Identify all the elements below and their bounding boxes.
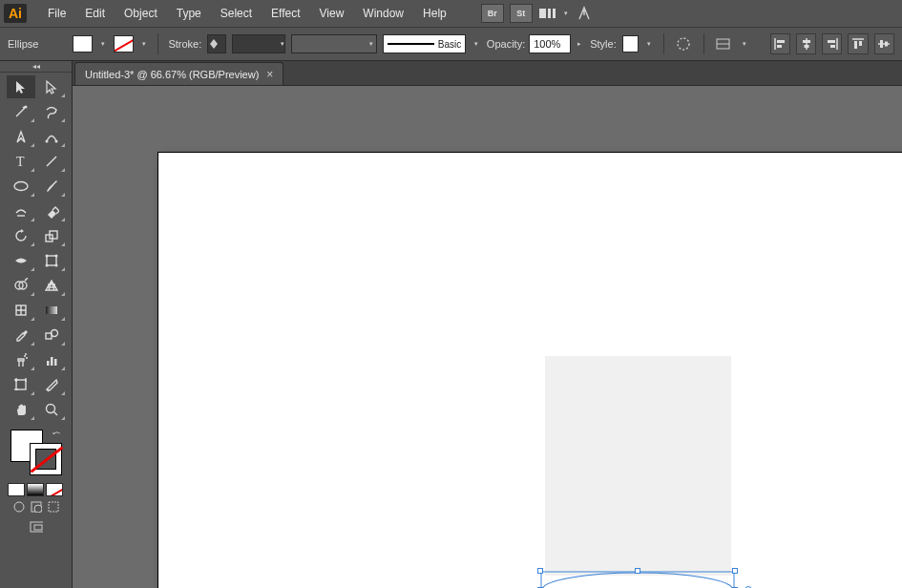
menu-file[interactable]: File: [38, 3, 75, 24]
color-mode-none[interactable]: [46, 483, 63, 496]
align-panel-icon[interactable]: [714, 33, 734, 54]
curvature-tool[interactable]: [37, 125, 66, 148]
pen-tool[interactable]: [7, 125, 35, 148]
symbol-sprayer-tool[interactable]: [7, 348, 35, 371]
bbox-handle-ne[interactable]: [732, 568, 738, 574]
color-mode-gradient[interactable]: [27, 483, 44, 496]
svg-point-43: [25, 353, 27, 355]
screen-mode-icon[interactable]: [30, 521, 43, 535]
svg-rect-55: [34, 525, 42, 530]
menu-object[interactable]: Object: [115, 3, 167, 24]
shaper-tool[interactable]: [7, 200, 35, 222]
fill-swatch[interactable]: [73, 35, 93, 52]
bbox-handle-nw[interactable]: [537, 568, 543, 574]
artboard-tool[interactable]: [7, 373, 35, 396]
shape-builder-tool[interactable]: [7, 274, 35, 297]
arrange-documents-icon[interactable]: [536, 4, 559, 23]
menu-window[interactable]: Window: [353, 3, 413, 24]
fill-dropdown[interactable]: ▾: [98, 35, 108, 52]
opacity-dropdown[interactable]: ▸: [575, 35, 584, 52]
stroke-swatch[interactable]: [114, 35, 134, 52]
scale-tool[interactable]: [37, 224, 66, 247]
align-right-button[interactable]: [822, 33, 842, 54]
gradient-tool[interactable]: [37, 299, 66, 322]
align-hcenter-button[interactable]: [796, 33, 816, 54]
document-area: Untitled-3* @ 66.67% (RGB/Preview) ×: [73, 61, 902, 588]
direct-selection-tool[interactable]: [37, 75, 66, 98]
draw-inside-icon[interactable]: [47, 500, 60, 514]
width-profile-dropdown[interactable]: ▾: [367, 35, 376, 52]
brush-dropdown[interactable]: ▾: [472, 35, 481, 52]
svg-rect-14: [830, 45, 835, 48]
chevron-down-icon[interactable]: [210, 44, 218, 49]
paintbrush-tool[interactable]: [37, 175, 66, 198]
hand-tool[interactable]: [7, 398, 35, 421]
menu-help[interactable]: Help: [413, 3, 456, 24]
menu-type[interactable]: Type: [167, 3, 211, 24]
stroke-weight-input[interactable]: ▾: [232, 34, 285, 53]
graphic-style-dropdown[interactable]: ▾: [644, 35, 654, 52]
stroke-weight-field[interactable]: [207, 34, 225, 53]
align-vcenter-button[interactable]: [874, 33, 894, 54]
fill-stroke-control[interactable]: ⤺: [9, 428, 64, 477]
artboard[interactable]: [158, 153, 902, 588]
blend-tool[interactable]: [37, 324, 66, 346]
svg-point-33: [45, 264, 48, 267]
selected-ellipse-object[interactable]: [540, 571, 735, 588]
lasso-tool[interactable]: [37, 100, 66, 123]
stroke-weight-input-field[interactable]: [233, 38, 281, 50]
svg-rect-0: [539, 9, 546, 18]
arrange-documents-dropdown[interactable]: ▾: [561, 5, 571, 22]
svg-point-52: [34, 505, 42, 513]
brush-definition[interactable]: Basic: [383, 34, 466, 53]
svg-rect-8: [777, 45, 782, 48]
svg-rect-2: [553, 9, 556, 18]
opacity-value[interactable]: 100%: [529, 34, 571, 53]
gray-rectangle-object[interactable]: [545, 356, 731, 576]
bridge-button[interactable]: Br: [481, 4, 504, 23]
rotate-tool[interactable]: [7, 224, 35, 247]
recolor-artwork-icon[interactable]: [674, 33, 694, 54]
column-graph-tool[interactable]: [37, 348, 66, 371]
align-left-button[interactable]: [770, 33, 790, 54]
svg-rect-44: [47, 361, 50, 366]
variable-width-profile[interactable]: ▾: [291, 34, 378, 53]
free-transform-tool[interactable]: [37, 249, 66, 272]
draw-behind-icon[interactable]: [30, 500, 43, 514]
ellipse-tool[interactable]: [7, 175, 35, 198]
canvas[interactable]: [73, 86, 902, 588]
align-top-button[interactable]: [848, 33, 868, 54]
selection-tool[interactable]: [7, 75, 35, 98]
eraser-tool[interactable]: [37, 200, 66, 222]
align-panel-dropdown[interactable]: ▾: [740, 35, 749, 52]
type-tool[interactable]: T: [7, 150, 35, 173]
document-tab[interactable]: Untitled-3* @ 66.67% (RGB/Preview) ×: [74, 62, 283, 85]
menu-select[interactable]: Select: [211, 3, 262, 24]
stroke-weight-dropdown[interactable]: ▾: [281, 35, 284, 52]
line-segment-tool[interactable]: [37, 150, 66, 173]
zoom-tool[interactable]: [37, 398, 66, 421]
tools-collapse-handle[interactable]: ◂◂: [0, 61, 72, 73]
bbox-handle-n[interactable]: [635, 568, 640, 574]
width-tool[interactable]: [7, 249, 35, 272]
graphic-style-swatch[interactable]: [622, 35, 639, 52]
svg-rect-11: [804, 45, 808, 48]
perspective-grid-tool[interactable]: [37, 274, 66, 297]
menu-items: FileEditObjectTypeSelectEffectViewWindow…: [38, 3, 456, 24]
color-mode-solid[interactable]: [8, 483, 25, 496]
mesh-tool[interactable]: [7, 299, 35, 322]
stroke-dropdown[interactable]: ▾: [139, 35, 149, 52]
gpu-preview-icon[interactable]: [573, 4, 596, 23]
menu-view[interactable]: View: [310, 3, 354, 24]
svg-point-48: [46, 405, 54, 413]
stroke-color-swatch[interactable]: [30, 443, 62, 475]
draw-normal-icon[interactable]: [12, 500, 26, 514]
menu-effect[interactable]: Effect: [262, 3, 309, 24]
slice-tool[interactable]: [37, 373, 66, 396]
eyedropper-tool[interactable]: [7, 324, 35, 346]
swap-fill-stroke-icon[interactable]: ⤺: [52, 428, 64, 439]
magic-wand-tool[interactable]: [7, 100, 35, 123]
stock-button[interactable]: St: [510, 4, 533, 23]
close-tab-icon[interactable]: ×: [266, 68, 273, 81]
menu-edit[interactable]: Edit: [75, 3, 115, 24]
